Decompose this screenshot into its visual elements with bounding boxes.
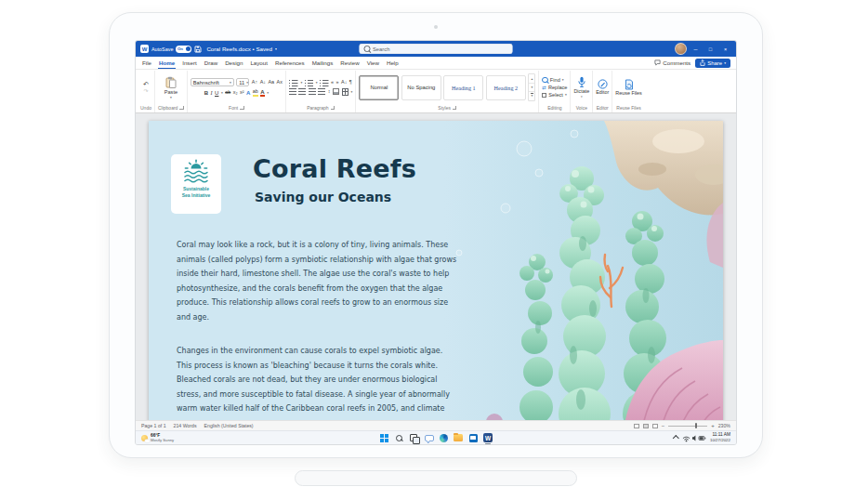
document-paragraph-2[interactable]: Changes in the environment can cause cor… [177,344,457,416]
style-no-spacing[interactable]: No Spacing [401,75,441,100]
search-box[interactable]: Search [360,44,513,54]
zoom-in-button[interactable]: + [711,423,715,428]
document-title[interactable]: Coral Reefs.docx • Saved [206,46,272,52]
paste-button[interactable]: Paste ▾ [164,76,178,99]
bullets-chevron-icon[interactable]: ▾ [300,81,302,85]
zoom-out-button[interactable]: − [662,423,665,428]
style-heading-2[interactable]: Heading 2 [486,75,526,100]
autosave-toggle[interactable]: On [176,46,191,53]
font-color-icon[interactable]: A [260,89,264,98]
comments-button[interactable]: Comments [654,59,690,66]
outdent-icon[interactable]: « [331,80,334,85]
styles-more-icon[interactable]: ▾ [529,91,534,99]
redo-icon[interactable]: ↷ [143,88,148,94]
weather-widget[interactable]: 66°F Mostly Sunny [141,433,174,443]
read-mode-icon[interactable] [634,424,639,428]
font-size-select[interactable]: 11 ▾ [236,78,249,86]
align-left-icon[interactable] [289,88,296,95]
clipboard-dialog-launcher[interactable] [179,106,184,111]
minimize-button[interactable]: ─ [690,41,702,57]
taskbar-search-icon[interactable] [394,433,403,442]
network-volume-battery-icons[interactable] [682,434,706,442]
maximize-button[interactable]: □ [704,41,717,57]
word-count[interactable]: 214 Words [174,423,197,428]
tab-draw[interactable]: Draw [204,57,218,69]
strikethrough-icon[interactable]: ab [225,90,230,95]
bullets-icon[interactable] [289,80,298,86]
share-button[interactable]: Share ▾ [695,59,730,68]
styles-scroll-down-icon[interactable]: ▾ [529,83,534,91]
undo-icon[interactable]: ↶ [143,81,149,87]
tab-view[interactable]: View [366,57,380,69]
page-indicator[interactable]: Page 1 of 1 [141,423,166,428]
web-layout-icon[interactable] [652,424,658,428]
file-explorer-icon[interactable] [454,433,463,442]
tab-mailings[interactable]: Mailings [311,57,335,69]
dictate-button[interactable]: Dictate ▾ [573,76,589,99]
language-indicator[interactable]: English (United States) [204,423,254,428]
document-subheading[interactable]: Saving our Oceans [255,190,391,204]
microsoft-store-icon[interactable] [468,433,478,442]
align-right-icon[interactable] [309,88,316,95]
font-color-chevron-icon[interactable]: ▾ [267,91,269,95]
clear-formatting-icon[interactable]: Ax [277,80,283,85]
sort-icon[interactable]: A↓ [341,80,347,85]
title-chevron-icon[interactable]: ▾ [275,46,277,51]
borders-chevron-icon[interactable]: ▾ [351,90,353,94]
underline-chevron-icon[interactable]: ▾ [221,91,223,95]
styles-dialog-launcher[interactable] [453,106,457,111]
tab-references[interactable]: References [274,57,306,69]
word-app-icon[interactable]: W [140,45,149,53]
tab-layout[interactable]: Layout [249,57,269,69]
tray-chevron-icon[interactable] [673,435,678,441]
tab-help[interactable]: Help [386,57,400,69]
taskbar-clock[interactable]: 11:11 AM 10/27/2022 [710,432,730,442]
style-heading-1[interactable]: Heading 1 [443,75,483,100]
paragraph-dialog-launcher[interactable] [331,106,335,111]
tab-home[interactable]: Home [158,57,176,69]
edge-browser-icon[interactable] [439,433,448,442]
document-paragraph-1[interactable]: Coral may look like a rock, but it is a … [177,238,457,325]
zoom-slider[interactable] [668,426,707,427]
document-canvas[interactable]: Sustainable Sea Initiative Coral Reefs S… [136,113,736,420]
styles-gallery-scrollbar[interactable]: ▴ ▾ ▾ [528,73,535,100]
subscript-icon[interactable]: x₂ [233,90,238,95]
numbering-chevron-icon[interactable]: ▾ [316,81,318,85]
print-layout-icon[interactable] [643,424,649,428]
align-center-icon[interactable] [298,88,306,95]
justify-icon[interactable] [318,88,325,95]
zoom-slider-knob[interactable] [695,423,698,428]
text-effects-icon[interactable]: A [246,90,250,96]
pilcrow-icon[interactable]: ¶ [349,80,352,85]
save-icon[interactable] [194,46,202,53]
tab-review[interactable]: Review [339,57,360,69]
replace-button[interactable]: ⇄ Replace [542,85,567,90]
tab-insert[interactable]: Insert [181,57,197,69]
change-case-icon[interactable]: Aa [268,80,274,85]
close-button[interactable]: × [719,41,731,57]
font-dialog-launcher[interactable] [240,106,244,111]
superscript-icon[interactable]: x² [240,90,244,95]
font-name-select[interactable]: Bahnschrift ▾ [191,78,234,86]
bold-button[interactable]: B [204,90,208,96]
task-view-icon[interactable] [409,433,418,442]
word-taskbar-icon[interactable]: W [483,433,493,442]
line-spacing-icon[interactable]: ↕ [328,89,331,94]
tab-design[interactable]: Design [224,57,243,69]
editor-button[interactable]: Editor [596,79,609,96]
chat-icon[interactable] [424,433,433,442]
indent-icon[interactable]: » [336,80,339,85]
find-button[interactable]: Find ▾ [542,77,567,84]
italic-button[interactable]: I [211,90,213,96]
grow-font-icon[interactable]: A↑ [252,80,257,85]
reuse-files-button[interactable]: Reuse Files [615,79,641,97]
style-normal[interactable]: Normal [359,75,399,100]
styles-scroll-up-icon[interactable]: ▴ [529,74,534,82]
multilevel-list-icon[interactable] [320,80,329,86]
document-heading[interactable]: Coral Reefs [253,154,416,183]
select-button[interactable]: Select ▾ [542,92,567,98]
start-button[interactable] [379,433,388,442]
borders-icon[interactable] [342,88,349,96]
document-page[interactable]: Sustainable Sea Initiative Coral Reefs S… [149,121,723,420]
user-avatar[interactable] [675,43,687,55]
